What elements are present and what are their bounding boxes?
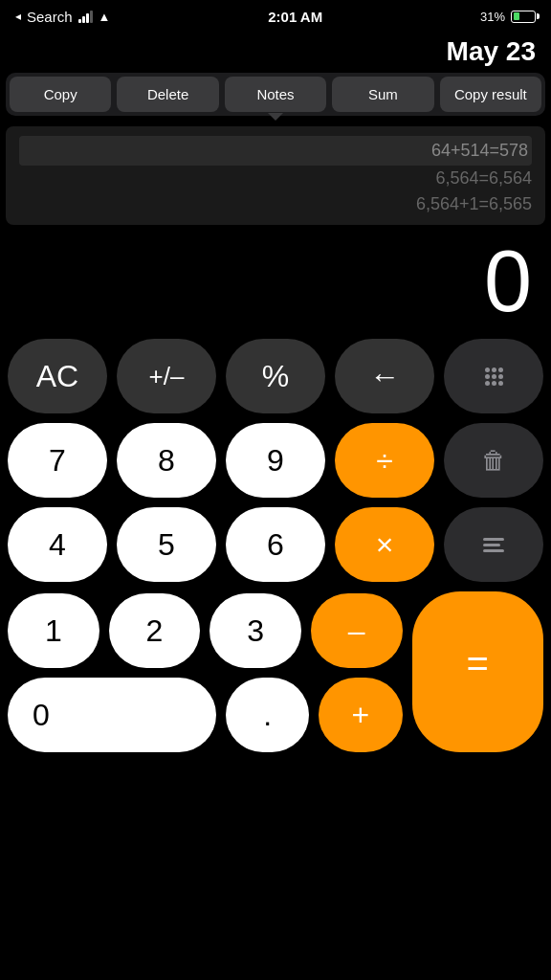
trash-button[interactable]: 🗑 [444, 423, 543, 498]
row-1: AC +/– % ← [8, 339, 543, 413]
battery-percent: 31% [480, 10, 505, 24]
history-line-2: 6,564=6,564 [19, 166, 532, 191]
percent-button[interactable]: % [226, 339, 325, 413]
ac-button[interactable]: AC [8, 339, 107, 413]
main-display: 0 [0, 225, 551, 329]
seven-button[interactable]: 7 [8, 423, 107, 498]
calculator-grid: AC +/– % ← 7 8 9 ÷ 🗑 4 5 6 × [0, 329, 551, 760]
sum-button[interactable]: Sum [332, 77, 433, 112]
zero-button[interactable]: 0 [8, 678, 216, 752]
battery-icon [511, 11, 536, 23]
toolbar-indicator [268, 113, 283, 121]
row-3: 4 5 6 × [8, 507, 543, 582]
carrier-label: Search [27, 9, 73, 25]
six-button[interactable]: 6 [226, 507, 325, 582]
trash-icon: 🗑 [481, 446, 506, 476]
multiply-button[interactable]: × [335, 507, 434, 582]
grid-icon [485, 368, 503, 386]
history-display: 64+514=578 6,564=6,564 6,564+1=6,565 [6, 126, 545, 225]
date-header: May 23 [0, 33, 551, 73]
plus-minus-button[interactable]: +/– [117, 339, 216, 413]
status-left: ◂ Search ▲ [15, 9, 110, 25]
equals-button[interactable]: = [412, 591, 544, 752]
minus-button[interactable]: – [311, 593, 403, 668]
copy-result-button[interactable]: Copy result [440, 77, 541, 112]
copy-button[interactable]: Copy [10, 77, 111, 112]
dot-button[interactable]: . [226, 678, 309, 752]
grid-button[interactable] [444, 339, 543, 413]
list-icon [483, 538, 504, 552]
history-line-3: 6,564+1=6,565 [19, 191, 532, 217]
four-button[interactable]: 4 [8, 507, 107, 582]
row-4: 1 2 3 – [8, 593, 403, 668]
back-button[interactable]: ← [335, 339, 434, 413]
bottom-left-group: 1 2 3 – 0 . + [8, 593, 403, 752]
two-button[interactable]: 2 [109, 593, 201, 668]
divide-button[interactable]: ÷ [335, 423, 434, 498]
nine-button[interactable]: 9 [226, 423, 325, 498]
three-button[interactable]: 3 [209, 593, 301, 668]
eight-button[interactable]: 8 [117, 423, 216, 498]
list-button[interactable] [444, 507, 543, 582]
history-line-1: 64+514=578 [19, 136, 532, 166]
row-5: 0 . + [8, 678, 403, 752]
five-button[interactable]: 5 [117, 507, 216, 582]
wifi-icon: ▲ [99, 10, 111, 24]
time-label: 2:01 AM [268, 9, 322, 25]
signal-icon [78, 11, 93, 23]
row-bottom: 1 2 3 – 0 . + = [8, 591, 543, 752]
status-right: 31% [480, 10, 536, 24]
back-chevron-icon: ◂ [15, 10, 21, 23]
one-button[interactable]: 1 [8, 593, 99, 668]
notes-button[interactable]: Notes [225, 77, 326, 112]
row-2: 7 8 9 ÷ 🗑 [8, 423, 543, 498]
toolbar: Copy Delete Notes Sum Copy result [6, 73, 545, 116]
plus-button[interactable]: + [319, 678, 402, 752]
delete-button[interactable]: Delete [117, 77, 218, 112]
status-bar: ◂ Search ▲ 2:01 AM 31% [0, 0, 551, 33]
